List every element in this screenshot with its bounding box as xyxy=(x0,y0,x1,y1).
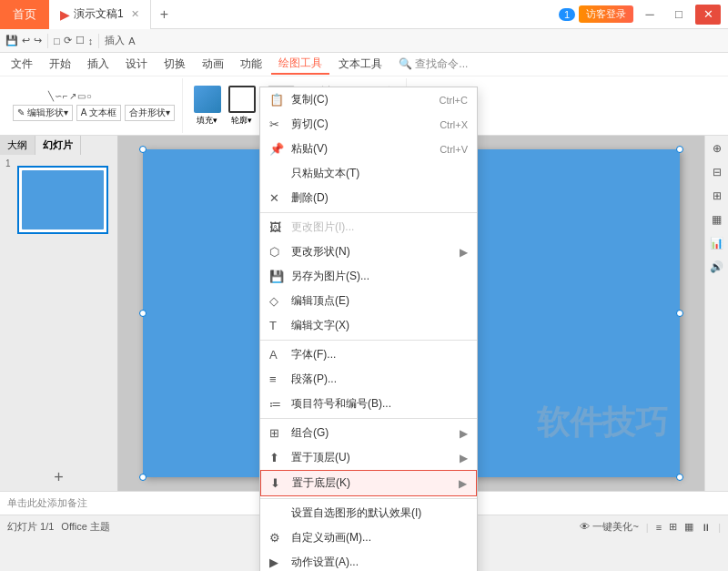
undo-icon[interactable]: ↩ xyxy=(22,35,30,46)
back-arrow-icon: ▶ xyxy=(459,477,467,490)
ctx-paragraph[interactable]: ≡ 段落(P)... xyxy=(260,367,477,392)
view-present[interactable]: ⏸ xyxy=(701,522,711,533)
merge-btn[interactable]: 合并形状▾ xyxy=(125,105,175,121)
tab-text-tools[interactable]: 文本工具 xyxy=(331,55,389,74)
slide-info: 幻灯片 1/1 xyxy=(7,520,54,534)
handle-bl[interactable] xyxy=(139,474,147,481)
ctx-paste[interactable]: 📌 粘贴(V) Ctrl+V xyxy=(260,137,477,161)
visitor-login-button[interactable]: 访客登录 xyxy=(579,5,633,23)
view-slide[interactable]: ▦ xyxy=(684,521,693,533)
doc-close-icon[interactable]: ✕ xyxy=(131,8,139,20)
tab-search[interactable]: 🔍 查找命令... xyxy=(391,55,475,74)
outline-label: 轮廓▾ xyxy=(231,115,252,127)
ctx-send-to-back[interactable]: ⬇ 置于底层(K) ▶ xyxy=(260,470,477,496)
tb-item[interactable]: ↕ xyxy=(88,36,94,46)
font-icon: A xyxy=(269,348,286,362)
tab-file[interactable]: 文件 xyxy=(4,55,40,74)
ctx-sep-2 xyxy=(260,340,477,341)
rect-tool[interactable]: ▭ xyxy=(77,91,86,101)
handle-br[interactable] xyxy=(676,474,683,481)
edit-points-icon: ◇ xyxy=(269,294,286,308)
ctx-group[interactable]: ⊞ 组合(G) ▶ xyxy=(260,421,477,445)
group-icon: ⊞ xyxy=(269,426,286,440)
doc-tab[interactable]: ▶ 演示文稿1 ✕ xyxy=(49,0,151,29)
maximize-button[interactable]: □ xyxy=(666,5,692,25)
save-icon[interactable]: 💾 xyxy=(5,35,18,46)
slide-panel-tabs: 大纲 幻灯片 xyxy=(0,136,117,155)
quick-toolbar: 💾 ↩ ↪ □ ⟳ ☐ ↕ 插入 A xyxy=(0,29,728,53)
ellipse-tool[interactable]: ○ xyxy=(86,91,92,101)
copy-icon: 📋 xyxy=(269,93,286,107)
ctx-cut[interactable]: ✂ 剪切(C) Ctrl+X xyxy=(260,112,477,137)
add-slide-button[interactable]: + xyxy=(0,464,117,491)
shape-row: ╲ ∽ ⌐ ↗ ▭ ○ xyxy=(48,91,139,101)
line-tool[interactable]: ╲ xyxy=(48,91,54,101)
ribbon-tabs: 文件 开始 插入 设计 切换 动画 功能 绘图工具 文本工具 🔍 查找命令... xyxy=(0,53,728,76)
paragraph-icon: ≡ xyxy=(269,372,286,386)
tb-item[interactable]: ☐ xyxy=(76,35,85,46)
bullets-icon: ≔ xyxy=(269,397,286,411)
slide-panel: 大纲 幻灯片 1 + xyxy=(0,136,118,491)
ctx-copy[interactable]: 📋 复制(C) Ctrl+C xyxy=(260,87,477,112)
ctx-bullets[interactable]: ≔ 项目符号和编号(B)... xyxy=(260,392,477,416)
status-sep2: | xyxy=(718,522,721,533)
ctx-save-as-image[interactable]: 💾 另存为图片(S)... xyxy=(260,264,477,289)
ctx-change-image[interactable]: 🖼 更改图片(I)... xyxy=(260,215,477,240)
ctx-set-default[interactable]: 设置自选图形的默认效果(I) xyxy=(260,501,477,525)
tb-item[interactable]: □ xyxy=(54,36,60,46)
tab-draw-tools[interactable]: 绘图工具 xyxy=(271,54,329,75)
ctx-bring-to-front[interactable]: ⬆ 置于顶层(U) ▶ xyxy=(260,445,477,470)
ctx-change-shape[interactable]: ⬡ 更改形状(N) ▶ xyxy=(260,240,477,264)
handle-mr[interactable] xyxy=(676,310,683,317)
curve-tool[interactable]: ∽ xyxy=(55,91,62,101)
tab-transition[interactable]: 切换 xyxy=(157,55,193,74)
polygon-tool[interactable]: ⌐ xyxy=(63,91,68,101)
ctx-custom-animation[interactable]: ⚙ 自定义动画(M)... xyxy=(260,525,477,550)
right-btn-2[interactable]: ⊟ xyxy=(708,163,726,181)
wps-badge: 1 xyxy=(559,8,575,21)
right-btn-5[interactable]: 📊 xyxy=(708,234,726,252)
text-box-btn[interactable]: A 文本框 xyxy=(76,105,121,121)
redo-icon[interactable]: ↪ xyxy=(34,35,42,46)
insert-label[interactable]: 插入 xyxy=(105,34,125,47)
close-button[interactable]: ✕ xyxy=(695,5,721,25)
edit-shape-btn[interactable]: ✎ 编辑形状▾ xyxy=(13,105,73,121)
window-controls: 1 访客登录 ─ □ ✕ xyxy=(559,5,728,25)
outline-tab[interactable]: 大纲 xyxy=(0,136,35,155)
tab-design[interactable]: 设计 xyxy=(118,55,155,74)
minimize-button[interactable]: ─ xyxy=(637,5,662,25)
ctx-paste-text[interactable]: 只粘贴文本(T) xyxy=(260,161,477,186)
one-key-btn[interactable]: 👁 一键美化~ xyxy=(580,520,639,534)
tab-start[interactable]: 开始 xyxy=(42,55,78,74)
new-tab-button[interactable]: + xyxy=(151,6,177,23)
ctx-action[interactable]: ▶ 动作设置(A)... xyxy=(260,550,477,571)
slide-number: 1 xyxy=(2,158,11,168)
view-normal[interactable]: ≡ xyxy=(656,522,662,533)
ctx-edit-points[interactable]: ◇ 编辑顶点(E) xyxy=(260,289,477,313)
home-tab[interactable]: 首页 xyxy=(0,0,49,29)
shape-group: ╲ ∽ ⌐ ↗ ▭ ○ ✎ 编辑形状▾ A 文本框 合并形状▾ xyxy=(5,78,183,133)
front-icon: ⬆ xyxy=(269,451,286,464)
handle-tr[interactable] xyxy=(676,146,683,153)
right-btn-1[interactable]: ⊕ xyxy=(708,139,726,158)
ctx-edit-text[interactable]: T 编辑文字(X) xyxy=(260,313,477,338)
handle-tl[interactable] xyxy=(139,146,147,153)
right-btn-4[interactable]: ▦ xyxy=(708,210,726,229)
right-btn-6[interactable]: 🔊 xyxy=(708,258,726,276)
tb-text[interactable]: A xyxy=(128,36,135,46)
tab-animation[interactable]: 动画 xyxy=(195,55,231,74)
ctx-font[interactable]: A 字体(F)... xyxy=(260,342,477,367)
slide-thumb-inner xyxy=(22,170,104,229)
slide-thumbnail[interactable] xyxy=(17,166,108,234)
tab-function[interactable]: 功能 xyxy=(233,55,269,74)
tb-item[interactable]: ⟳ xyxy=(64,35,72,46)
view-grid[interactable]: ⊞ xyxy=(669,521,677,533)
arrow-tool[interactable]: ↗ xyxy=(69,91,76,101)
slides-tab[interactable]: 幻灯片 xyxy=(35,136,81,155)
handle-ml[interactable] xyxy=(139,310,147,317)
right-btn-3[interactable]: ⊞ xyxy=(708,187,726,205)
group-arrow-icon: ▶ xyxy=(460,427,468,440)
ctx-sep-4 xyxy=(260,498,477,499)
tab-insert[interactable]: 插入 xyxy=(80,55,116,74)
ctx-delete[interactable]: ✕ 删除(D) xyxy=(260,186,477,210)
